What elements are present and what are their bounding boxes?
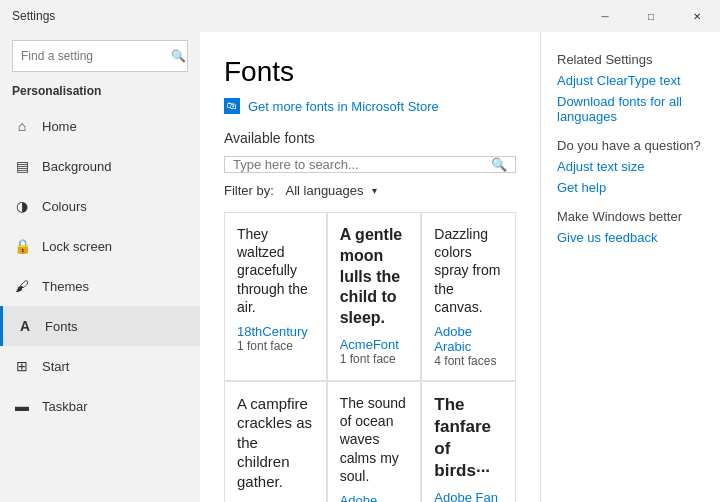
- font-name[interactable]: Adobe Arabic: [434, 324, 503, 354]
- font-card-5[interactable]: The fanfare of birds··· Adobe Fan Heiti …: [421, 381, 516, 502]
- sidebar-nav: ⌂ Home ▤ Background ◑ Colours 🔒 Lock scr…: [0, 106, 200, 502]
- search-fonts-box[interactable]: 🔍: [224, 156, 516, 173]
- find-setting-input[interactable]: [21, 49, 171, 63]
- start-icon: ⊞: [12, 358, 32, 374]
- lock-icon: 🔒: [12, 238, 32, 254]
- font-name[interactable]: Adobe Fan Heiti Std: [434, 490, 503, 502]
- sidebar-item-home[interactable]: ⌂ Home: [0, 106, 200, 146]
- maximize-button[interactable]: □: [628, 0, 674, 32]
- content-area: Fonts 🛍 Get more fonts in Microsoft Stor…: [200, 32, 540, 502]
- colours-icon: ◑: [12, 198, 32, 214]
- sidebar-item-fonts[interactable]: A Fonts: [0, 306, 200, 346]
- filter-label: Filter by:: [224, 183, 274, 198]
- titlebar: Settings ─ □ ✕: [0, 0, 720, 32]
- available-fonts-label: Available fonts: [224, 130, 516, 146]
- sidebar-item-label: Fonts: [45, 319, 78, 334]
- font-name[interactable]: AcmeFont: [340, 337, 409, 352]
- filter-value: All languages: [285, 183, 363, 198]
- store-link-text: Get more fonts in Microsoft Store: [248, 99, 439, 114]
- fonts-icon: A: [15, 318, 35, 334]
- sidebar-item-themes[interactable]: 🖌 Themes: [0, 266, 200, 306]
- font-card-0[interactable]: They waltzed gracefully through the air.…: [224, 212, 327, 381]
- related-settings-label: Related Settings: [557, 52, 704, 67]
- app-body: 🔍 Personalisation ⌂ Home ▤ Background ◑ …: [0, 32, 720, 502]
- sidebar-item-label: Start: [42, 359, 69, 374]
- font-card-2[interactable]: Dazzling colors spray from the canvas. A…: [421, 212, 516, 381]
- sidebar-item-label: Home: [42, 119, 77, 134]
- background-icon: ▤: [12, 158, 32, 174]
- sidebar-item-label: Colours: [42, 199, 87, 214]
- titlebar-title: Settings: [12, 9, 55, 23]
- sidebar-item-background[interactable]: ▤ Background: [0, 146, 200, 186]
- titlebar-controls: ─ □ ✕: [582, 0, 720, 32]
- search-box[interactable]: 🔍: [12, 40, 188, 72]
- home-icon: ⌂: [12, 118, 32, 134]
- font-faces: 4 font faces: [434, 354, 503, 368]
- font-grid: They waltzed gracefully through the air.…: [224, 212, 516, 502]
- search-fonts-icon: 🔍: [491, 157, 507, 172]
- question-label: Do you have a question?: [557, 138, 704, 153]
- font-card-1[interactable]: A gentle moon lulls the child to sleep. …: [327, 212, 422, 381]
- taskbar-icon: ▬: [12, 398, 32, 414]
- chevron-down-icon: ▾: [372, 185, 377, 196]
- search-icon: 🔍: [171, 49, 186, 63]
- store-icon: 🛍: [224, 98, 240, 114]
- font-preview: The sound of ocean waves calms my soul.: [340, 394, 409, 485]
- page-title: Fonts: [224, 56, 516, 88]
- themes-icon: 🖌: [12, 278, 32, 294]
- font-card-3[interactable]: A campfire crackles as the children gath…: [224, 381, 327, 502]
- download-fonts-link[interactable]: Download fonts for all languages: [557, 94, 704, 124]
- close-button[interactable]: ✕: [674, 0, 720, 32]
- sidebar: 🔍 Personalisation ⌂ Home ▤ Background ◑ …: [0, 32, 200, 502]
- sidebar-section-label: Personalisation: [0, 80, 200, 106]
- right-panel: Related Settings Adjust ClearType text D…: [540, 32, 720, 502]
- adjust-text-size-link[interactable]: Adjust text size: [557, 159, 704, 174]
- filter-row: Filter by: All languages ▾: [224, 183, 516, 198]
- minimize-button[interactable]: ─: [582, 0, 628, 32]
- font-card-4[interactable]: The sound of ocean waves calms my soul. …: [327, 381, 422, 502]
- sidebar-item-start[interactable]: ⊞ Start: [0, 346, 200, 386]
- font-preview: They waltzed gracefully through the air.: [237, 225, 314, 316]
- font-preview: Dazzling colors spray from the canvas.: [434, 225, 503, 316]
- font-faces: 1 font face: [340, 352, 409, 366]
- adjust-cleartype-link[interactable]: Adjust ClearType text: [557, 73, 704, 88]
- give-feedback-link[interactable]: Give us feedback: [557, 230, 704, 245]
- store-link[interactable]: 🛍 Get more fonts in Microsoft Store: [224, 98, 516, 114]
- font-preview: A gentle moon lulls the child to sleep.: [340, 225, 409, 329]
- search-fonts-input[interactable]: [233, 157, 491, 172]
- sidebar-item-label: Background: [42, 159, 111, 174]
- font-name[interactable]: Adobe Devanagari: [340, 493, 409, 502]
- font-faces: 1 font face: [237, 339, 314, 353]
- sidebar-item-label: Lock screen: [42, 239, 112, 254]
- font-preview: The fanfare of birds···: [434, 394, 503, 482]
- font-name[interactable]: 18thCentury: [237, 324, 314, 339]
- sidebar-item-lock-screen[interactable]: 🔒 Lock screen: [0, 226, 200, 266]
- sidebar-item-colours[interactable]: ◑ Colours: [0, 186, 200, 226]
- filter-dropdown[interactable]: All languages ▾: [285, 183, 380, 198]
- get-help-link[interactable]: Get help: [557, 180, 704, 195]
- sidebar-item-taskbar[interactable]: ▬ Taskbar: [0, 386, 200, 426]
- sidebar-item-label: Themes: [42, 279, 89, 294]
- font-preview: A campfire crackles as the children gath…: [237, 394, 314, 492]
- sidebar-item-label: Taskbar: [42, 399, 88, 414]
- make-windows-better-label: Make Windows better: [557, 209, 704, 224]
